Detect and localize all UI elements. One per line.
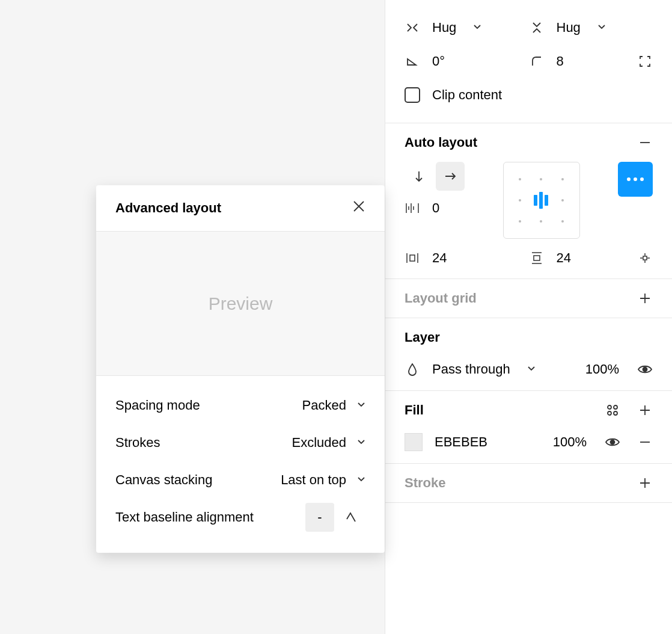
strokes-dropdown[interactable]: Excluded <box>292 435 365 451</box>
svg-point-3 <box>643 368 647 372</box>
blend-mode-icon <box>405 362 420 377</box>
text-baseline-label: Text baseline alignment <box>115 509 254 525</box>
visibility-eye-icon[interactable] <box>637 362 653 377</box>
preview-label: Preview <box>209 294 273 314</box>
fill-styles-button[interactable] <box>605 402 620 418</box>
horizontal-padding-input[interactable]: 24 <box>405 250 529 266</box>
svg-point-8 <box>611 440 615 445</box>
add-layout-grid-button[interactable] <box>637 291 653 306</box>
height-mode-dropdown[interactable]: Hug <box>529 20 653 35</box>
chevron-down-icon <box>357 401 365 411</box>
chevron-down-icon <box>357 438 365 448</box>
corner-radius-input[interactable]: 8 <box>529 54 564 69</box>
alignment-grid[interactable] <box>503 162 580 239</box>
checkbox-unchecked-icon <box>405 87 420 103</box>
inspector-panel: Hug Hug <box>385 0 672 634</box>
vertical-direction-button[interactable] <box>405 162 433 191</box>
preview-area: Preview <box>96 232 385 376</box>
fill-visibility-eye-icon[interactable] <box>605 434 620 450</box>
add-stroke-button[interactable] <box>637 475 653 491</box>
blend-mode-value: Pass through <box>432 362 510 377</box>
clip-content-checkbox[interactable]: Clip content <box>405 78 653 112</box>
svg-point-5 <box>614 405 617 409</box>
spacing-mode-value: Packed <box>302 398 346 413</box>
canvas-stacking-dropdown[interactable]: Last on top <box>281 472 365 488</box>
corner-radius-value: 8 <box>557 54 564 69</box>
horizontal-padding-icon <box>405 250 420 266</box>
layer-opacity-input[interactable]: 100% <box>585 362 619 377</box>
rotation-icon <box>405 54 420 69</box>
horizontal-direction-button[interactable] <box>436 162 465 191</box>
modal-title: Advanced layout <box>115 200 221 216</box>
auto-layout-title: Auto layout <box>405 135 477 150</box>
width-mode-value: Hug <box>432 20 456 35</box>
alignment-center-icon <box>531 189 552 211</box>
svg-rect-1 <box>534 256 540 260</box>
add-fill-button[interactable] <box>637 402 653 418</box>
rotation-value: 0° <box>432 54 445 69</box>
fill-opacity-input[interactable]: 100% <box>553 434 587 450</box>
chevron-down-icon <box>473 23 481 33</box>
svg-rect-0 <box>410 255 415 261</box>
advanced-layout-modal: Advanced layout Preview Spacing mode Pac… <box>96 185 385 553</box>
corner-radius-icon <box>529 54 545 69</box>
fill-title: Fill <box>405 402 424 418</box>
vertical-padding-icon <box>529 250 545 266</box>
close-button[interactable] <box>352 200 365 217</box>
strokes-value: Excluded <box>292 435 346 451</box>
independent-padding-button[interactable] <box>637 250 653 266</box>
rotation-input[interactable]: 0° <box>405 54 529 69</box>
chevron-down-icon <box>527 365 536 375</box>
canvas-stacking-label: Canvas stacking <box>115 472 212 488</box>
fill-color-hex[interactable]: EBEBEB <box>435 434 487 450</box>
strokes-label: Strokes <box>115 435 160 451</box>
item-spacing-icon <box>405 200 420 216</box>
remove-fill-button[interactable] <box>637 434 653 450</box>
chevron-down-icon <box>357 475 365 485</box>
height-mode-value: Hug <box>557 20 581 35</box>
blend-mode-dropdown[interactable]: Pass through <box>405 362 585 377</box>
svg-rect-2 <box>643 256 647 260</box>
vertical-padding-input[interactable]: 24 <box>529 250 571 266</box>
remove-auto-layout-button[interactable] <box>637 135 653 150</box>
height-hug-icon <box>529 20 545 35</box>
independent-corners-button[interactable] <box>637 54 653 69</box>
item-spacing-input[interactable]: 0 <box>405 200 465 216</box>
advanced-layout-button[interactable] <box>618 162 653 197</box>
text-baseline-off-button[interactable]: - <box>305 503 334 532</box>
width-hug-icon <box>405 20 420 35</box>
width-mode-dropdown[interactable]: Hug <box>405 20 529 35</box>
horizontal-padding-value: 24 <box>432 250 447 266</box>
item-spacing-value: 0 <box>432 200 439 216</box>
canvas-stacking-value: Last on top <box>281 472 346 488</box>
stroke-title: Stroke <box>405 475 445 491</box>
layout-grid-title: Layout grid <box>405 291 477 306</box>
spacing-mode-dropdown[interactable]: Packed <box>302 398 365 413</box>
clip-content-label: Clip content <box>432 87 502 103</box>
svg-point-7 <box>614 411 617 415</box>
fill-color-swatch[interactable] <box>405 433 423 451</box>
chevron-down-icon <box>597 23 606 33</box>
text-baseline-on-button[interactable] <box>337 503 365 532</box>
layer-title: Layer <box>405 330 440 345</box>
vertical-padding-value: 24 <box>557 250 571 266</box>
spacing-mode-label: Spacing mode <box>115 398 200 413</box>
svg-point-6 <box>608 411 611 415</box>
svg-point-4 <box>608 405 611 409</box>
